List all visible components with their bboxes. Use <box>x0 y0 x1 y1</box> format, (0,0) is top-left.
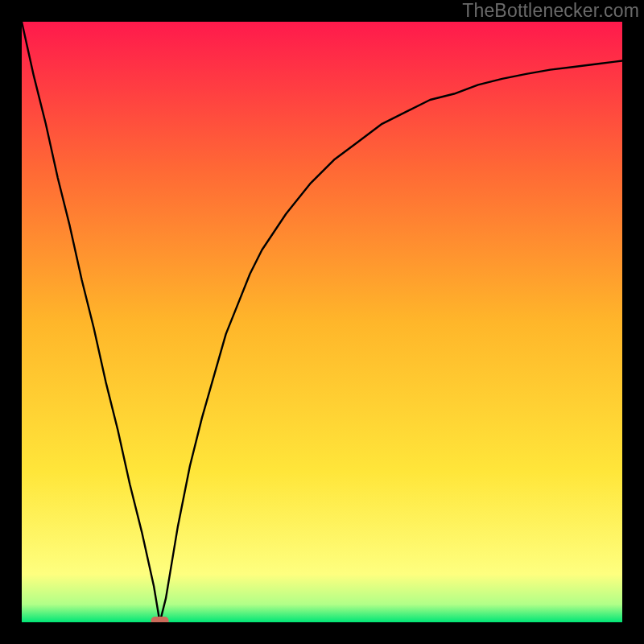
chart-plot <box>22 22 622 622</box>
watermark-text: TheBottlenecker.com <box>462 0 639 21</box>
chart-frame: TheBottlenecker.com <box>0 0 644 644</box>
optimal-marker <box>151 617 169 622</box>
gradient-background <box>22 22 622 622</box>
